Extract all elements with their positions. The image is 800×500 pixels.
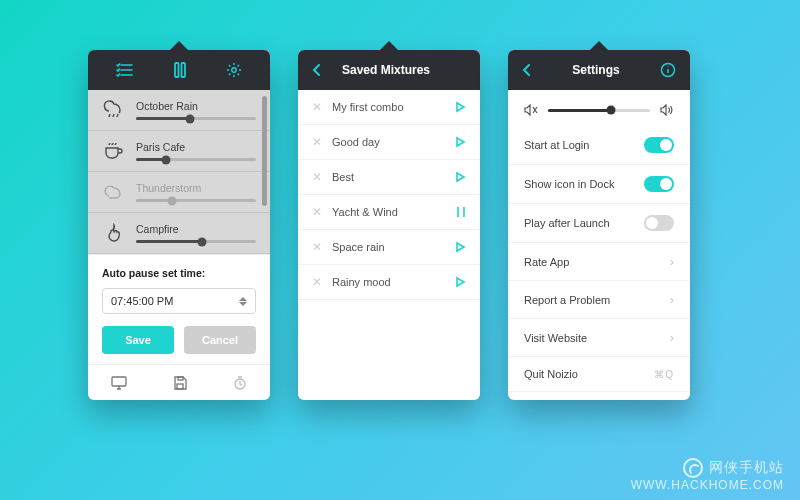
sound-name: Campfire xyxy=(136,223,256,235)
svg-rect-4 xyxy=(177,384,183,389)
mixture-name: Yacht & Wind xyxy=(332,206,398,218)
delete-icon[interactable]: ✕ xyxy=(312,101,322,113)
volume-slider[interactable] xyxy=(136,117,256,120)
settings-row[interactable]: Visit Website› xyxy=(508,319,690,357)
volume-high-icon xyxy=(660,104,674,116)
time-input[interactable]: 07:45:00 PM xyxy=(102,288,256,314)
settings-row[interactable]: Rate App› xyxy=(508,243,690,281)
settings-label: Start at Login xyxy=(524,139,589,151)
sound-row[interactable]: Campfire xyxy=(88,213,270,254)
settings-list: Start at LoginShow icon in DockPlay afte… xyxy=(508,126,690,392)
tab-settings-icon[interactable] xyxy=(226,62,242,78)
fire-icon xyxy=(102,222,126,244)
settings-label: Play after Launch xyxy=(524,217,610,229)
settings-row[interactable]: Report a Problem› xyxy=(508,281,690,319)
master-volume[interactable] xyxy=(508,90,690,126)
time-value: 07:45:00 PM xyxy=(111,295,173,307)
sound-name: Thunderstorm xyxy=(136,182,256,194)
delete-icon[interactable]: ✕ xyxy=(312,241,322,253)
mixture-row[interactable]: ✕Yacht & Wind xyxy=(298,195,480,230)
sound-name: Paris Cafe xyxy=(136,141,256,153)
mixture-row[interactable]: ✕Best xyxy=(298,160,480,195)
mixture-name: Space rain xyxy=(332,241,385,253)
svg-rect-3 xyxy=(112,377,126,386)
tab-pause-icon[interactable] xyxy=(173,62,187,78)
svg-rect-1 xyxy=(181,63,185,77)
volume-slider[interactable] xyxy=(136,240,256,243)
delete-icon[interactable]: ✕ xyxy=(312,276,322,288)
settings-row: Play after Launch xyxy=(508,204,690,243)
settings-row: Start at Login xyxy=(508,126,690,165)
auto-pause-label: Auto pause set time: xyxy=(102,267,256,279)
master-volume-track[interactable] xyxy=(548,109,650,112)
mixture-name: Best xyxy=(332,171,354,183)
cloud-rain-icon xyxy=(102,99,126,121)
sounds-panel: October RainParis CafeThunderstormCampfi… xyxy=(88,50,270,400)
mixture-name: My first combo xyxy=(332,101,404,113)
play-icon[interactable] xyxy=(454,171,466,183)
mixture-row[interactable]: ✕Rainy mood xyxy=(298,265,480,300)
settings-label: Report a Problem xyxy=(524,294,610,306)
settings-label: Show icon in Dock xyxy=(524,178,615,190)
save-button[interactable]: Save xyxy=(102,326,174,354)
coffee-cup-icon xyxy=(102,140,126,162)
timer-icon[interactable] xyxy=(233,376,247,390)
volume-mute-icon xyxy=(524,104,538,116)
display-icon[interactable] xyxy=(111,376,127,390)
mixtures-title: Saved Mixtures xyxy=(342,63,430,77)
sound-row[interactable]: October Rain xyxy=(88,90,270,131)
play-icon[interactable] xyxy=(454,136,466,148)
play-icon[interactable] xyxy=(454,276,466,288)
chevron-right-icon: › xyxy=(670,292,674,307)
svg-point-2 xyxy=(232,68,236,72)
sound-name: October Rain xyxy=(136,100,256,112)
watermark-logo xyxy=(683,458,703,478)
mixture-row[interactable]: ✕Space rain xyxy=(298,230,480,265)
settings-row[interactable]: Quit Noizio⌘Q xyxy=(508,357,690,392)
save-disk-icon[interactable] xyxy=(173,376,187,390)
settings-label: Quit Noizio xyxy=(524,368,578,380)
back-icon[interactable] xyxy=(312,63,322,77)
toggle[interactable] xyxy=(644,137,674,153)
play-icon[interactable] xyxy=(454,101,466,113)
tab-list-icon[interactable] xyxy=(116,63,134,77)
settings-panel: Settings Start at LoginShow icon in Dock… xyxy=(508,50,690,400)
auto-pause-panel: Auto pause set time: 07:45:00 PM Save Ca… xyxy=(88,254,270,364)
mixture-row[interactable]: ✕Good day xyxy=(298,125,480,160)
settings-row: Show icon in Dock xyxy=(508,165,690,204)
tabs-header xyxy=(88,50,270,90)
mixtures-header: Saved Mixtures xyxy=(298,50,480,90)
cancel-button[interactable]: Cancel xyxy=(184,326,256,354)
delete-icon[interactable]: ✕ xyxy=(312,171,322,183)
mixture-name: Good day xyxy=(332,136,380,148)
settings-label: Rate App xyxy=(524,256,569,268)
volume-slider[interactable] xyxy=(136,158,256,161)
toggle[interactable] xyxy=(644,215,674,231)
svg-rect-5 xyxy=(178,377,183,380)
back-icon[interactable] xyxy=(522,63,532,77)
sound-row[interactable]: Thunderstorm xyxy=(88,172,270,213)
delete-icon[interactable]: ✕ xyxy=(312,136,322,148)
chevron-right-icon: › xyxy=(670,330,674,345)
info-icon[interactable] xyxy=(660,62,676,78)
time-stepper[interactable] xyxy=(239,297,247,306)
sound-list: October RainParis CafeThunderstormCampfi… xyxy=(88,90,270,254)
shortcut-label: ⌘Q xyxy=(654,369,674,380)
pause-icon[interactable] xyxy=(456,206,466,218)
mixture-name: Rainy mood xyxy=(332,276,391,288)
panel-footer xyxy=(88,364,270,400)
settings-title: Settings xyxy=(572,63,619,77)
svg-rect-0 xyxy=(175,63,179,77)
play-icon[interactable] xyxy=(454,241,466,253)
mixture-row[interactable]: ✕My first combo xyxy=(298,90,480,125)
settings-header: Settings xyxy=(508,50,690,90)
scrollbar[interactable] xyxy=(262,96,267,206)
watermark: 网侠手机站 WWW.HACKHOME.COM xyxy=(631,458,784,492)
chevron-right-icon: › xyxy=(670,254,674,269)
toggle[interactable] xyxy=(644,176,674,192)
delete-icon[interactable]: ✕ xyxy=(312,206,322,218)
mixtures-panel: Saved Mixtures ✕My first combo✕Good day✕… xyxy=(298,50,480,400)
volume-slider[interactable] xyxy=(136,199,256,202)
settings-label: Visit Website xyxy=(524,332,587,344)
sound-row[interactable]: Paris Cafe xyxy=(88,131,270,172)
